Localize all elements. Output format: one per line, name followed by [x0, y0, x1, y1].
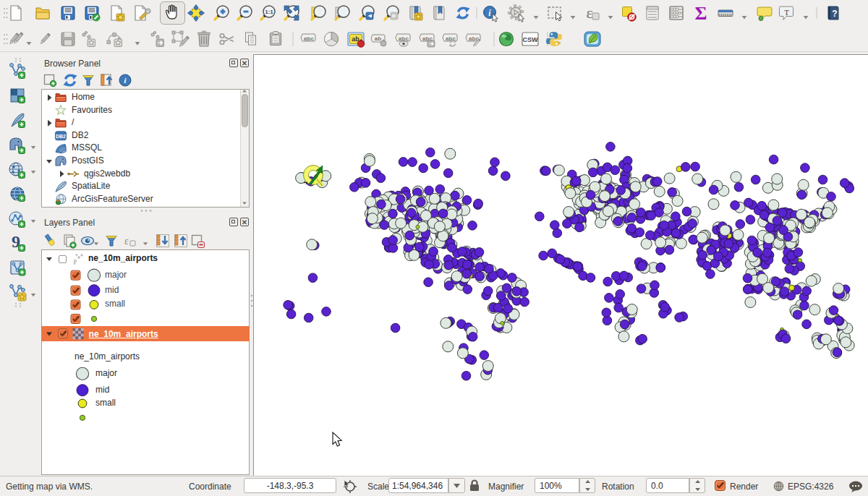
- svg-text:?: ?: [832, 9, 837, 19]
- svg-text:Σ: Σ: [695, 3, 707, 24]
- svg-text:ab: ab: [375, 35, 381, 42]
- svg-text:DB2: DB2: [56, 134, 66, 139]
- svg-text:abc: abc: [304, 35, 314, 42]
- svg-text:CSW: CSW: [523, 36, 539, 43]
- svg-text:ε: ε: [586, 4, 592, 22]
- svg-text:T: T: [784, 8, 789, 17]
- svg-text:abc: abc: [399, 35, 409, 42]
- svg-text:ε: ε: [124, 236, 129, 247]
- svg-text:1:1: 1:1: [265, 9, 273, 15]
